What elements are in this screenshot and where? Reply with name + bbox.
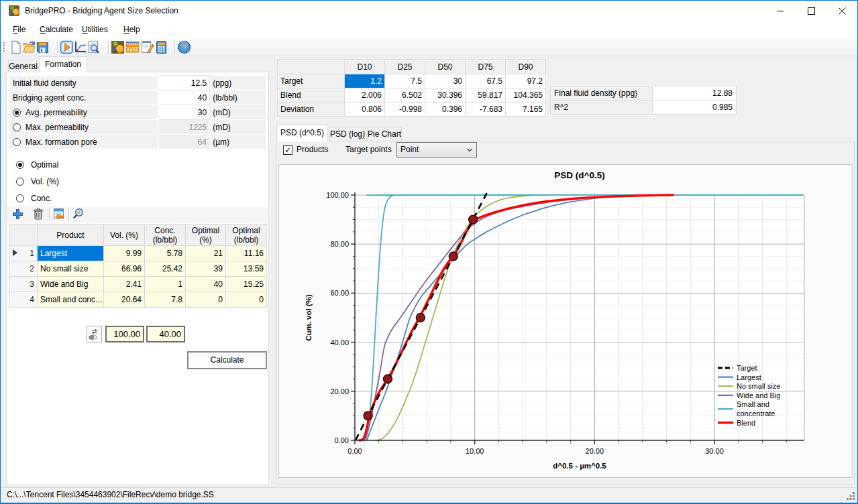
calculator-icon[interactable]	[154, 40, 168, 54]
mode-radio-vol[interactable]: Vol. (%)	[16, 176, 59, 187]
add-row-icon[interactable]	[12, 208, 23, 220]
title-bar: BridgePRO - Bridging Agent Size Selectio…	[1, 1, 857, 21]
vol-cell[interactable]: 66.96	[104, 261, 145, 277]
calculate-button[interactable]: Calculate	[187, 351, 267, 369]
new-file-icon[interactable]	[9, 40, 23, 54]
radio-icon[interactable]	[13, 123, 21, 131]
product-table-header[interactable]: Conc.(lb/bbl)	[145, 225, 186, 246]
optimal-pct-cell[interactable]: 39	[186, 261, 226, 277]
row-number[interactable]: 2	[10, 261, 38, 277]
d-table-cell[interactable]: 104.365	[506, 88, 546, 103]
print-preview-icon[interactable]	[87, 40, 101, 54]
particles-icon[interactable]	[111, 40, 125, 54]
d-table-row: Deviation0.806-0.9980.396-7.6837.165	[278, 103, 546, 117]
vol-cell[interactable]: 20.64	[104, 292, 145, 308]
d-table-cell[interactable]: 1.2	[345, 74, 385, 88]
radio-icon[interactable]	[13, 138, 21, 146]
product-name-cell[interactable]: No small size	[38, 261, 104, 277]
d-table-cell[interactable]: 0.806	[345, 103, 385, 117]
d-table-cell[interactable]: 0.396	[425, 103, 466, 117]
d-table-header[interactable]: D50	[425, 60, 466, 74]
delete-row-icon[interactable]	[32, 208, 44, 220]
product-table-header[interactable]: Product	[38, 225, 104, 246]
d-table-cell[interactable]: 59.817	[466, 88, 506, 103]
menu-utilities[interactable]: Utilities	[81, 21, 109, 38]
help-icon[interactable]: ?	[177, 40, 191, 54]
row-number[interactable]: 1	[10, 246, 38, 261]
optimal-pct-cell[interactable]: 0	[186, 292, 226, 308]
total-volume-field[interactable]: 100.00	[105, 326, 144, 342]
menu-calculate[interactable]: Calculate	[38, 21, 74, 38]
summary-row: Final fluid density (ppg)12.88	[551, 86, 737, 101]
product-name-cell[interactable]: Small and conc...	[38, 292, 104, 308]
conc-cell[interactable]: 25.42	[145, 261, 186, 277]
products-checkbox[interactable]: ✓	[283, 145, 292, 155]
menu-help[interactable]: Help	[122, 21, 142, 38]
save-file-icon[interactable]	[36, 40, 50, 54]
table-import-icon[interactable]	[52, 208, 65, 220]
field-value[interactable]: 40	[159, 90, 210, 105]
d-table-cell[interactable]: -7.683	[466, 103, 506, 117]
d-table-cell[interactable]: 67.5	[466, 74, 506, 88]
plot-icon[interactable]	[73, 40, 87, 54]
open-file-icon[interactable]	[22, 40, 36, 54]
row-number[interactable]: 3	[10, 277, 38, 292]
conc-cell[interactable]: 5.78	[145, 246, 186, 261]
tab-formation[interactable]: Formation	[39, 56, 87, 72]
close-icon	[839, 7, 846, 15]
d-table-cell[interactable]: 30.396	[425, 88, 466, 103]
d-table-cell[interactable]: 30	[425, 74, 466, 88]
product-table-header[interactable]: Optimal(%)	[186, 225, 226, 246]
row-number[interactable]: 4	[10, 292, 38, 308]
d-table-cell[interactable]: 2.006	[345, 88, 385, 103]
minimize-button[interactable]	[765, 1, 796, 21]
mode-radio-conc[interactable]: Conc.	[16, 193, 52, 204]
swap-units-button[interactable]	[87, 326, 102, 342]
field-value[interactable]: 12.5	[159, 76, 210, 90]
product-table-header[interactable]: Optimal(lb/bbl)	[226, 225, 267, 246]
d-table-cell[interactable]: 6.502	[385, 88, 425, 103]
mode-radio-optimal[interactable]: Optimal	[16, 160, 58, 170]
run-icon[interactable]	[60, 40, 74, 54]
d-table-header[interactable]: D25	[385, 60, 425, 74]
optimal-lb-cell[interactable]: 13.59	[226, 261, 267, 277]
conc-cell[interactable]: 1	[145, 277, 186, 292]
zoom-icon[interactable]	[72, 208, 85, 220]
conc-cell[interactable]: 7.8	[145, 292, 186, 308]
tab-psd-sqrt[interactable]: PSD (d^0.5)	[276, 124, 328, 141]
product-name-cell[interactable]: Wide and Big	[38, 277, 104, 292]
tab-psd-log[interactable]: PSD (log)	[329, 127, 366, 141]
ruler-icon[interactable]	[125, 40, 140, 54]
radio-selected-icon[interactable]	[13, 109, 21, 117]
close-button[interactable]	[826, 1, 857, 21]
optimal-pct-cell[interactable]: 21	[186, 246, 226, 261]
product-table-header[interactable]: Vol. (%)	[104, 225, 145, 246]
optimal-pct-cell[interactable]: 40	[186, 277, 226, 292]
field-unit: (lb/bbl)	[210, 90, 267, 105]
tab-pie-chart[interactable]: Pie Chart	[367, 127, 402, 141]
d-table-header[interactable]: D10	[345, 60, 385, 74]
optimal-lb-cell[interactable]: 0	[226, 292, 267, 308]
summary-label: Final fluid density (ppg)	[551, 86, 653, 101]
target-points-combobox[interactable]: Point	[396, 142, 477, 158]
field-value[interactable]: 30	[159, 105, 210, 120]
d-table-cell[interactable]: 97.2	[506, 74, 546, 88]
d-table-cell[interactable]: 7.5	[385, 74, 425, 88]
svg-text:Wide and Big: Wide and Big	[737, 391, 780, 399]
optimal-lb-cell[interactable]: 15.25	[226, 277, 267, 292]
field-unit: (µm)	[210, 135, 267, 149]
product-name-cell[interactable]: Largest	[38, 246, 104, 261]
vol-cell[interactable]: 2.41	[104, 277, 145, 292]
tab-general[interactable]: General	[8, 60, 38, 72]
d-table-header[interactable]: D90	[506, 60, 546, 74]
d-table-header[interactable]: D75	[466, 60, 506, 74]
maximize-button[interactable]	[796, 1, 826, 21]
menu-file[interactable]: File	[11, 21, 27, 38]
vol-cell[interactable]: 9.99	[104, 246, 145, 261]
d-table-cell[interactable]: -0.998	[385, 103, 425, 117]
resize-grip[interactable]	[847, 492, 855, 501]
edit-notes-icon[interactable]	[140, 40, 154, 54]
optimal-lb-cell[interactable]: 11.16	[226, 246, 267, 261]
d-table-cell[interactable]: 7.165	[506, 103, 546, 117]
total-concentration-field[interactable]: 40.00	[146, 326, 185, 342]
